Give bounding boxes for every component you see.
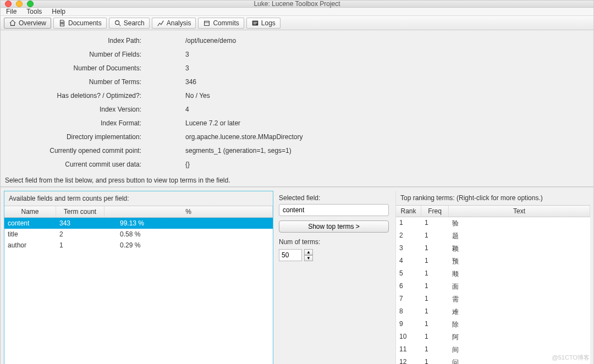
tab-logs[interactable]: Logs — [246, 18, 280, 29]
svg-point-0 — [115, 20, 119, 24]
tab-label: Logs — [261, 19, 276, 27]
info-label: Current commit user data: — [5, 161, 147, 168]
col-rank[interactable]: Rank — [396, 206, 421, 217]
menu-help[interactable]: Help — [52, 8, 65, 15]
terms-body[interactable]: 11验21题31颖41预51顺61面71需81难91除101阿111间121问1… — [396, 217, 590, 364]
term-row[interactable]: 81难 — [396, 306, 590, 318]
col-term-count[interactable]: Term count — [56, 206, 105, 217]
cell-pct: 0.29 % — [105, 240, 273, 251]
info-value: 4 — [147, 106, 189, 113]
term-row[interactable]: 31颖 — [396, 242, 590, 255]
col-freq[interactable]: Freq — [421, 206, 449, 217]
commits-icon — [203, 19, 211, 27]
cell-pct: 0.58 % — [105, 229, 273, 240]
menu-file[interactable]: File — [6, 8, 16, 15]
cell-text: 验 — [449, 217, 590, 230]
cell-freq: 1 — [421, 306, 449, 318]
info-label: Number of Terms: — [5, 78, 147, 86]
term-row[interactable]: 11验 — [396, 217, 590, 230]
instruction-text: Select field from the list below, and pr… — [1, 174, 593, 187]
cell-rank: 9 — [396, 318, 421, 331]
cell-freq: 1 — [421, 318, 449, 331]
info-label: Index Format: — [5, 119, 147, 127]
svg-rect-2 — [205, 21, 210, 25]
cell-name: title — [4, 229, 56, 240]
info-label: Index Path: — [5, 37, 147, 45]
logs-icon — [251, 19, 259, 27]
cell-text: 除 — [449, 318, 590, 331]
info-value: 346 — [147, 78, 196, 86]
cell-rank: 6 — [396, 280, 421, 293]
terms-panel: Top ranking terms: (Right-click for more… — [395, 191, 590, 364]
num-terms-label: Num of terms: — [279, 238, 390, 246]
term-row[interactable]: 71需 — [396, 293, 590, 306]
selected-field-input[interactable] — [279, 204, 389, 216]
info-value: No / Yes — [147, 92, 210, 100]
tab-commits[interactable]: Commits — [198, 18, 244, 29]
cell-text: 面 — [449, 280, 590, 293]
tab-documents[interactable]: Documents — [53, 18, 107, 29]
term-row[interactable]: 51顺 — [396, 268, 590, 280]
spinner-down-button[interactable]: ▼ — [304, 255, 313, 261]
tab-label: Documents — [68, 19, 102, 27]
col-name[interactable]: Name — [4, 206, 56, 217]
home-icon — [9, 19, 16, 27]
info-value: org.apache.lucene.store.MMapDirectory — [147, 133, 302, 141]
window-title: Luke: Lucene Toolbox Project — [1, 0, 593, 8]
cell-rank: 8 — [396, 306, 421, 318]
cell-term: 343 — [56, 218, 105, 229]
field-row[interactable]: author 1 0.29 % — [4, 240, 273, 251]
menubar: File Tools Help — [1, 8, 593, 16]
term-row[interactable]: 61面 — [396, 280, 590, 293]
fields-body[interactable]: content 343 99.13 % title 2 0.58 % autho… — [4, 218, 273, 364]
cell-pct: 99.13 % — [105, 218, 273, 229]
info-label: Number of Documents: — [5, 64, 147, 72]
selected-field-label: Selected field: — [279, 194, 390, 202]
term-row[interactable]: 91除 — [396, 318, 590, 331]
fields-panel-title: Available fields and term counts per fie… — [4, 191, 273, 206]
field-row[interactable]: title 2 0.58 % — [4, 229, 273, 240]
tab-label: Analysis — [167, 19, 191, 27]
menu-tools[interactable]: Tools — [26, 8, 42, 15]
show-top-terms-button[interactable]: Show top terms > — [279, 220, 389, 233]
cell-rank: 5 — [396, 268, 421, 280]
term-row[interactable]: 41预 — [396, 255, 590, 268]
info-value: {} — [147, 161, 190, 168]
watermark: @51CTO博客 — [552, 354, 590, 362]
cell-freq: 1 — [421, 255, 449, 268]
num-terms-input[interactable] — [279, 249, 302, 261]
info-label: Number of Fields: — [5, 51, 147, 58]
cell-text: 顺 — [449, 268, 590, 280]
col-text[interactable]: Text — [449, 206, 590, 217]
tab-label: Overview — [19, 19, 46, 27]
cell-freq: 1 — [421, 356, 449, 364]
term-row[interactable]: 21题 — [396, 230, 590, 242]
tab-overview[interactable]: Overview — [4, 18, 51, 29]
field-row[interactable]: content 343 99.13 % — [4, 218, 273, 229]
cell-rank: 4 — [396, 255, 421, 268]
mid-panel: Selected field: Show top terms > Num of … — [273, 187, 395, 364]
cell-freq: 1 — [421, 280, 449, 293]
cell-rank: 12 — [396, 356, 421, 364]
titlebar: Luke: Lucene Toolbox Project — [1, 1, 593, 8]
cell-text: 需 — [449, 293, 590, 306]
cell-rank: 11 — [396, 344, 421, 356]
col-percent[interactable]: % — [105, 206, 273, 217]
term-row[interactable]: 101阿 — [396, 331, 590, 344]
app-window: Luke: Lucene Toolbox Project File Tools … — [0, 0, 594, 364]
cell-name: author — [4, 240, 56, 251]
info-value: segments_1 (generation=1, segs=1) — [147, 147, 292, 155]
content-area: Index Path:/opt/lucene/demo Number of Fi… — [1, 30, 593, 364]
tab-search[interactable]: Search — [109, 18, 150, 29]
cell-rank: 1 — [396, 217, 421, 230]
spinner-up-button[interactable]: ▲ — [304, 249, 313, 255]
tab-analysis[interactable]: Analysis — [152, 18, 196, 29]
tab-label: Commits — [213, 19, 239, 27]
cell-text: 题 — [449, 230, 590, 242]
num-terms-spinner: ▲ ▼ — [279, 249, 390, 261]
cell-rank: 2 — [396, 230, 421, 242]
cell-name: content — [4, 218, 56, 229]
cell-rank: 7 — [396, 293, 421, 306]
info-value: 3 — [147, 64, 189, 72]
cell-rank: 10 — [396, 331, 421, 344]
